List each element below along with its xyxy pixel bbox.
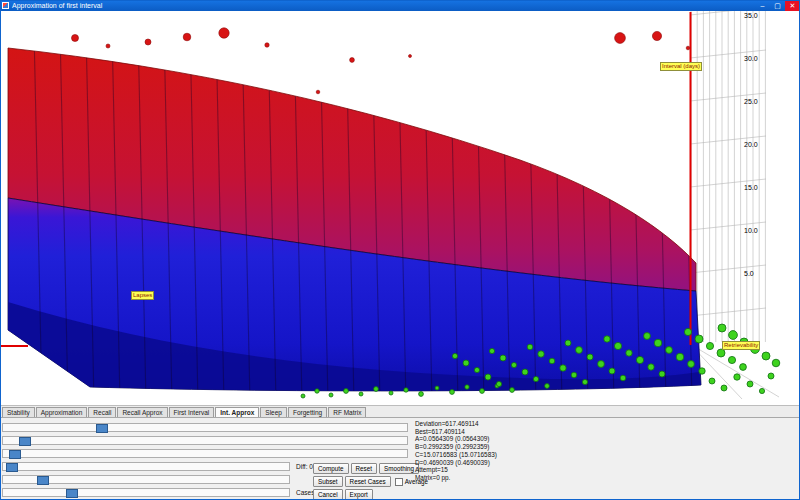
slider-track[interactable] xyxy=(2,475,290,484)
y-axis-tick-label: 35.0 xyxy=(744,12,758,19)
green-data-point xyxy=(389,391,393,395)
green-data-point xyxy=(510,388,515,393)
green-data-point xyxy=(560,365,566,371)
red-data-point xyxy=(652,31,661,40)
green-data-point xyxy=(728,356,735,363)
red-data-point xyxy=(686,46,690,50)
green-data-point xyxy=(500,355,506,361)
y-axis-tick-label: 15.0 xyxy=(744,184,758,191)
tab-first-interval[interactable]: First Interval xyxy=(169,407,215,417)
reset-cases-button[interactable]: Reset Cases xyxy=(345,476,391,487)
slider-thumb[interactable] xyxy=(96,424,108,433)
green-data-point xyxy=(699,368,705,374)
green-data-point xyxy=(329,393,333,397)
app-icon xyxy=(2,2,9,9)
green-data-point xyxy=(676,353,684,361)
maximize-button[interactable]: ▢ xyxy=(770,0,785,11)
green-data-point xyxy=(768,373,774,379)
slider-thumb[interactable] xyxy=(66,489,78,498)
slider-track[interactable] xyxy=(2,423,408,432)
red-data-point xyxy=(219,28,229,38)
green-data-point xyxy=(709,378,715,384)
green-data-point xyxy=(747,381,753,387)
stat-line: Best=617.409114 xyxy=(415,428,497,436)
green-data-point xyxy=(435,386,439,390)
y-axis-tick-label: 5.0 xyxy=(744,270,754,277)
red-data-point xyxy=(183,33,191,41)
slider-thumb[interactable] xyxy=(9,450,21,459)
green-data-point xyxy=(545,384,550,389)
smoothing-button[interactable]: Smoothing xyxy=(379,463,419,474)
tab-sleep[interactable]: Sleep xyxy=(260,407,287,417)
green-data-point xyxy=(463,360,469,366)
slider-track[interactable] xyxy=(2,488,290,497)
green-data-point xyxy=(404,388,408,392)
green-data-point xyxy=(450,390,455,395)
green-data-point xyxy=(511,362,516,367)
green-data-point xyxy=(666,347,673,354)
tab-stability[interactable]: Stability xyxy=(2,407,35,417)
green-data-point xyxy=(721,385,727,391)
compute-button[interactable]: Compute xyxy=(313,463,349,474)
y-axis-tick-label: 20.0 xyxy=(744,141,758,148)
green-data-point xyxy=(452,353,457,358)
approximation-3d-plot: 35.030.025.020.015.010.05.0 xyxy=(0,0,800,405)
lapses-axis-label: Lapses xyxy=(131,291,154,300)
red-data-point xyxy=(615,33,626,44)
green-data-point xyxy=(485,374,491,380)
reset-button[interactable]: Reset xyxy=(351,463,377,474)
tab-rf-matrix[interactable]: RF Matrix xyxy=(328,407,366,417)
tab-recall[interactable]: Recall xyxy=(88,407,116,417)
green-data-point xyxy=(734,374,740,380)
green-data-point xyxy=(565,340,571,346)
green-data-point xyxy=(419,392,424,397)
green-data-point xyxy=(626,350,632,356)
slider-thumb[interactable] xyxy=(37,476,49,485)
stat-line: Attempt=15 xyxy=(415,466,497,474)
green-data-point xyxy=(538,351,544,357)
stat-line: Deviation=617.469114 xyxy=(415,420,497,428)
minimize-button[interactable]: – xyxy=(755,0,770,11)
tab-int-approx[interactable]: Int. Approx xyxy=(215,407,259,417)
green-data-point xyxy=(374,387,379,392)
close-button[interactable]: ✕ xyxy=(785,0,800,11)
stat-line: D=0.4690039 (0.4690039) xyxy=(415,459,497,467)
average-checkbox[interactable] xyxy=(395,478,403,486)
slider-track[interactable] xyxy=(2,449,408,458)
slider-track[interactable] xyxy=(2,436,408,445)
slider-thumb[interactable] xyxy=(6,463,18,472)
tab-forgetting[interactable]: Forgetting xyxy=(288,407,327,417)
green-data-point xyxy=(480,389,485,394)
green-data-point xyxy=(315,389,319,393)
y-axis-tick-label: 10.0 xyxy=(744,227,758,234)
green-data-point xyxy=(474,367,479,372)
red-data-point xyxy=(350,58,355,63)
green-data-point xyxy=(604,336,610,342)
cancel-button[interactable]: Cancel xyxy=(313,489,343,500)
green-data-point xyxy=(522,369,528,375)
tab-approximation[interactable]: Approximation xyxy=(36,407,88,417)
green-data-point xyxy=(772,359,780,367)
slider-track[interactable] xyxy=(2,462,290,471)
green-data-point xyxy=(598,361,605,368)
tab-recall-approx[interactable]: Recall Approx xyxy=(117,407,167,417)
red-data-point xyxy=(409,55,412,58)
slider-row-1 xyxy=(2,422,412,435)
y-axis-tick-label: 30.0 xyxy=(744,55,758,62)
slider-thumb[interactable] xyxy=(19,437,31,446)
green-data-point xyxy=(465,385,469,389)
slider-value-label: Diff: 0 xyxy=(296,463,313,470)
green-data-point xyxy=(549,358,555,364)
stat-line: A=0.0564309 (0.0564309) xyxy=(415,435,497,443)
subset-button[interactable]: Subset xyxy=(313,476,343,487)
button-grid: ComputeResetSmoothingSubsetReset CasesAv… xyxy=(313,463,428,500)
tab-bar: StabilityApproximationRecallRecall Appro… xyxy=(0,406,800,418)
export-button[interactable]: Export xyxy=(345,489,373,500)
slider-row-2 xyxy=(2,435,412,448)
stat-line: C=15.0716583 (15.0716583) xyxy=(415,451,497,459)
green-data-point xyxy=(659,371,665,377)
green-data-point xyxy=(344,389,349,394)
green-data-point xyxy=(582,379,587,384)
red-data-point xyxy=(72,35,79,42)
green-data-point xyxy=(614,342,621,349)
